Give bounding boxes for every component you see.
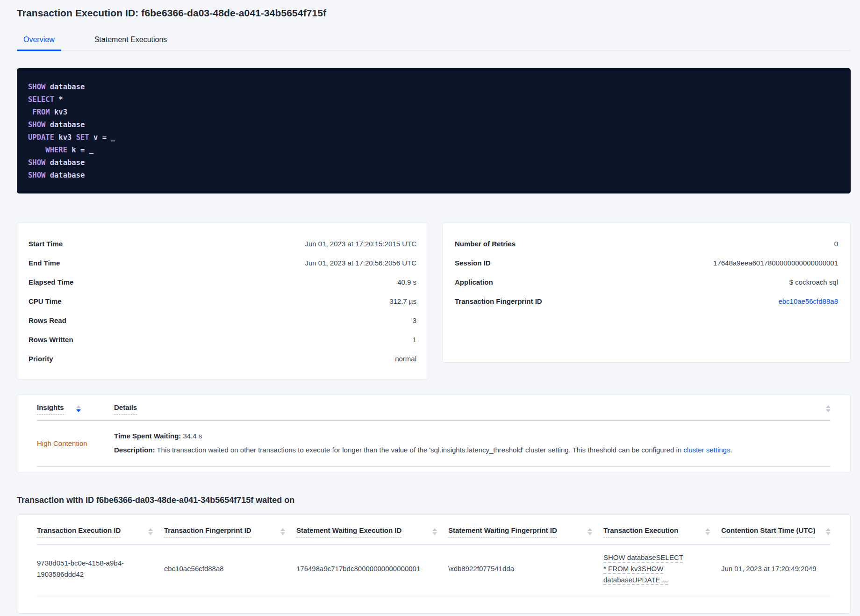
header-cell-stmt-waiting-fingerprint-id: Statement Waiting Fingerprint ID — [448, 526, 603, 537]
sql-line: FROM kv3 — [28, 106, 839, 119]
sql-text: database — [45, 171, 85, 179]
kv-value: Jun 01, 2023 at 17:20:56:2056 UTC — [305, 259, 416, 267]
column-header[interactable]: Transaction Execution ID — [37, 526, 121, 537]
sort-desc-icon — [826, 532, 831, 535]
tab-overview[interactable]: Overview — [17, 31, 61, 50]
sql-keyword: WHERE — [28, 146, 67, 154]
sql-line: SELECT * — [28, 93, 839, 106]
waited-on-table: Transaction Execution ID Transaction Fin… — [17, 515, 851, 614]
description-period: . — [730, 446, 732, 454]
cell-stmt-waiting-execution-id: 176498a9c717bdc80000000000000001 — [296, 563, 448, 574]
column-header[interactable]: Transaction Fingerprint ID — [164, 526, 251, 537]
kv-label: Transaction Fingerprint ID — [455, 297, 542, 305]
sort-desc-icon — [148, 532, 153, 535]
sort-desc-icon — [280, 532, 285, 535]
stmt-waiting-fingerprint-id-value: \xdb8922f077541dda — [448, 563, 514, 574]
insights-table: Insights Details High Contention Time Sp… — [17, 394, 851, 473]
kv-label: Elapsed Time — [29, 278, 73, 286]
sql-line: UPDATE kv3 SET v = _ — [28, 131, 839, 144]
column-header[interactable]: Transaction Execution — [603, 526, 678, 537]
waited-on-data-row: 9738d051-bc0e-4158-a9b4-1903586ddd42 ebc… — [37, 544, 831, 596]
sort-asc-icon — [826, 405, 831, 408]
cell-stmt-waiting-fingerprint-id: \xdb8922f077541dda — [448, 563, 603, 574]
kv-row-cpu-time: CPU Time312.7 µs — [29, 292, 416, 311]
cluster-settings-link[interactable]: cluster settings — [683, 446, 730, 454]
column-header[interactable]: Contention Start Time (UTC) — [721, 526, 815, 537]
cell-txn-fingerprint-id: ebc10ae56cfd88a8 — [164, 563, 296, 574]
waiting-label: Time Spent Waiting: — [114, 432, 181, 440]
kv-label: Application — [455, 278, 493, 286]
kv-label: CPU Time — [29, 297, 62, 305]
cell-txn-execution-id: 9738d051-bc0e-4158-a9b4-1903586ddd42 — [37, 558, 164, 580]
stmt-waiting-execution-id-value: 176498a9c717bdc80000000000000001 — [296, 563, 420, 574]
sort-asc-icon — [280, 528, 285, 531]
transaction-details-page: Transaction Execution ID: f6be6366-da03-… — [0, 0, 860, 614]
sql-keyword: SELECT — [28, 95, 54, 104]
sort-arrows-icon[interactable] — [76, 405, 81, 412]
sort-asc-icon — [705, 528, 710, 531]
time-spent-waiting-line: Time Spent Waiting: 34.4 s — [114, 429, 732, 443]
kv-value: 17648a9eea6017800000000000000001 — [713, 259, 838, 267]
insights-column-header[interactable]: Insights — [37, 403, 64, 415]
sql-text: * — [54, 95, 63, 104]
contention-start-value: Jun 01, 2023 at 17:20:49:2049 — [721, 563, 817, 574]
insight-details: Time Spent Waiting: 34.4 s Description: … — [114, 429, 732, 457]
kv-label: Session ID — [455, 259, 491, 267]
sql-statement-box: SHOW database SELECT * FROM kv3 SHOW dat… — [17, 68, 851, 193]
details-column-header[interactable]: Details — [114, 403, 137, 415]
kv-row-txn-fingerprint: Transaction Fingerprint IDebc10ae56cfd88… — [455, 292, 838, 311]
tab-bar: Overview Statement Executions — [17, 31, 851, 50]
sort-arrows-icon[interactable] — [588, 528, 592, 535]
header-cell-stmt-waiting-execution-id: Statement Waiting Execution ID — [296, 526, 448, 537]
sql-text: v = _ — [89, 133, 115, 142]
description-text: This transaction waited on other transac… — [155, 446, 684, 454]
sql-line: SHOW database — [28, 169, 839, 182]
tab-statement-executions[interactable]: Statement Executions — [88, 31, 174, 50]
sort-asc-icon — [432, 528, 437, 531]
sql-line: WHERE k = _ — [28, 144, 839, 157]
sql-keyword: SET — [76, 133, 89, 142]
kv-row-retries: Number of Retries0 — [455, 234, 838, 253]
column-header[interactable]: Statement Waiting Fingerprint ID — [448, 526, 557, 537]
waited-on-heading: Transaction with ID f6be6366-da03-48de-a… — [17, 495, 851, 505]
sql-text: k = _ — [67, 146, 93, 154]
kv-label: Rows Written — [29, 336, 73, 344]
table-footer-spacer — [37, 596, 831, 605]
sql-text: database — [45, 158, 85, 167]
kv-value: 40.9 s — [397, 278, 416, 286]
sort-arrows-icon[interactable] — [826, 405, 831, 412]
sort-asc-icon — [826, 528, 831, 531]
kv-value: $ cockroach sql — [789, 278, 838, 286]
kv-row-priority: Prioritynormal — [29, 349, 416, 368]
header-cell-txn-fingerprint-id: Transaction Fingerprint ID — [164, 526, 296, 537]
sql-line: SHOW database — [28, 157, 839, 169]
transaction-fingerprint-link[interactable]: ebc10ae56cfd88a8 — [778, 297, 838, 305]
txn-execution-truncated-text[interactable]: SHOW databaseSELECT * FROM kv3SHOW datab… — [603, 552, 684, 586]
kv-row-start-time: Start TimeJun 01, 2023 at 17:20:15:2015 … — [29, 234, 416, 253]
sort-arrows-icon[interactable] — [280, 528, 285, 535]
kv-label: End Time — [29, 259, 60, 267]
kv-row-application: Application$ cockroach sql — [455, 272, 838, 292]
sql-keyword: UPDATE — [28, 133, 54, 142]
kv-label: Start Time — [29, 240, 63, 248]
sql-keyword: SHOW — [28, 158, 45, 167]
sort-arrows-icon[interactable] — [705, 528, 710, 535]
sql-text: kv3 — [50, 108, 67, 116]
kv-label: Number of Retries — [455, 240, 516, 248]
waited-on-header-row: Transaction Execution ID Transaction Fin… — [37, 526, 831, 544]
kv-row-rows-read: Rows Read3 — [29, 311, 416, 330]
insights-header-row: Insights Details — [37, 403, 831, 420]
sort-desc-icon — [76, 409, 81, 412]
kv-value: 312.7 µs — [389, 297, 416, 305]
sort-arrows-icon[interactable] — [432, 528, 437, 535]
txn-execution-id-value: 9738d051-bc0e-4158-a9b4-1903586ddd42 — [37, 558, 135, 580]
kv-row-session-id: Session ID17648a9eea60178000000000000000… — [455, 253, 838, 272]
summary-cards-row: Start TimeJun 01, 2023 at 17:20:15:2015 … — [17, 222, 851, 380]
sql-text: database — [45, 121, 85, 129]
sort-arrows-icon[interactable] — [826, 528, 831, 535]
sql-keyword: SHOW — [28, 121, 45, 129]
sort-arrows-icon[interactable] — [148, 528, 153, 535]
column-header[interactable]: Statement Waiting Execution ID — [296, 526, 401, 537]
kv-row-rows-written: Rows Written1 — [29, 330, 416, 349]
kv-value: 3 — [413, 316, 416, 324]
